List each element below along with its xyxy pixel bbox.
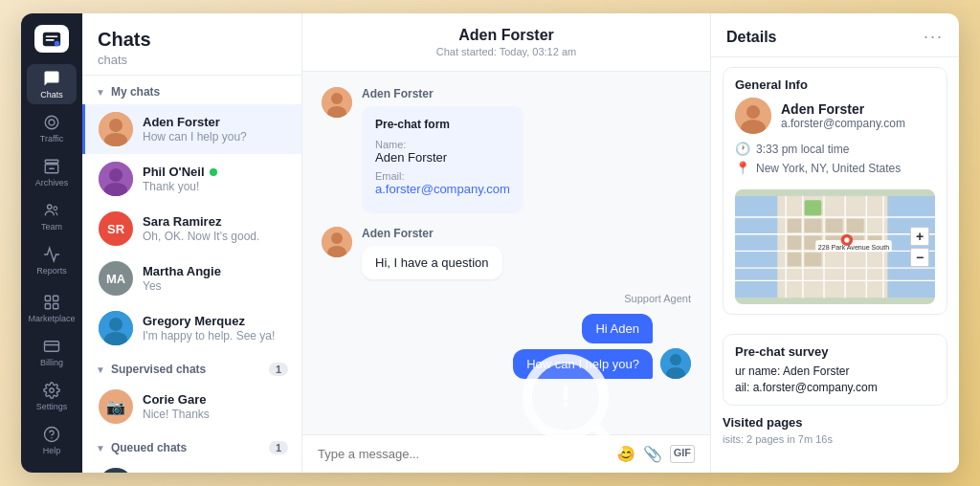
nav-item-settings[interactable]: Settings <box>27 377 77 417</box>
nav-traffic-label: Traffic <box>40 134 64 144</box>
supervised-count-badge: 1 <box>269 363 288 376</box>
chat-preview-phil: Thank you! <box>143 180 288 193</box>
svg-point-19 <box>109 119 122 132</box>
nav-item-chats[interactable]: Chats <box>27 64 77 104</box>
chat-info-gregory: Gregory Merquez I'm happy to help. See y… <box>143 314 288 342</box>
chat-preview-martha: Yes <box>143 279 288 293</box>
svg-rect-53 <box>805 200 822 215</box>
nav-item-help[interactable]: Help <box>27 421 77 461</box>
map-svg: 228 Park Avenue South <box>735 189 935 304</box>
user-details: Aden Forster a.forster@company.com <box>781 101 905 130</box>
nav-item-billing[interactable]: Billing <box>27 333 77 373</box>
nav-reports-label: Reports <box>36 266 67 276</box>
avatar <box>99 311 133 345</box>
section-queued-header[interactable]: ▼ Queued chats 1 <box>82 431 301 460</box>
location-text: New York, NY, United States <box>756 162 901 175</box>
svg-rect-4 <box>45 160 58 163</box>
details-menu-button[interactable]: ··· <box>924 27 944 47</box>
svg-rect-55 <box>805 219 822 232</box>
details-header: Details ··· <box>711 13 959 57</box>
details-avatar <box>735 98 771 134</box>
map-controls: + − <box>910 227 929 267</box>
details-title: Details <box>726 29 776 46</box>
avatar: 📷 <box>99 389 133 424</box>
field-label-name: Name: <box>375 139 510 150</box>
attachment-icon[interactable]: 📎 <box>643 445 662 463</box>
agent-avatar <box>660 348 691 379</box>
message-bubble-2: Aden Forster Hi, I have a question <box>362 227 502 279</box>
chevron-down-icon: ▼ <box>96 443 105 453</box>
chat-started-text: Chat started: Today, 03:12 am <box>322 46 691 57</box>
nav-item-traffic[interactable]: Traffic <box>27 108 77 148</box>
svg-point-7 <box>48 205 53 210</box>
chat-item-gregory[interactable]: Gregory Merquez I'm happy to help. See y… <box>82 303 301 353</box>
queued-count-badge: 1 <box>269 441 288 454</box>
field-value-email: a.forster@company.com <box>375 182 510 196</box>
svg-rect-56 <box>826 219 843 232</box>
section-my-chats-label: My chats <box>111 85 160 99</box>
chat-info-brian: Brian Lawson Waiting for 3 min <box>143 471 261 473</box>
agent-bubbles: Hi Aden How can I help you? <box>513 314 653 379</box>
chat-info-martha: Martha Angie Yes <box>143 264 288 293</box>
chat-name-brian: Brian Lawson <box>143 471 261 473</box>
chat-item-aden[interactable]: Aden Forster How can I help you? <box>82 104 301 154</box>
message-row-3: Support Agent Hi Aden How can I help you… <box>322 293 691 379</box>
chat-item-corie[interactable]: 📷 Corie Gare Nice! Thanks <box>82 382 301 431</box>
app-logo <box>34 25 69 53</box>
svg-text:228 Park Avenue South: 228 Park Avenue South <box>818 244 889 252</box>
nav-help-label: Help <box>43 446 61 455</box>
nav-team-label: Team <box>41 222 62 232</box>
section-my-chats-header[interactable]: ▼ My chats <box>82 76 301 104</box>
chat-preview-gregory: I'm happy to help. See ya! <box>143 329 288 342</box>
svg-point-8 <box>54 207 57 210</box>
section-supervised-label: Supervised chats <box>111 363 206 376</box>
clock-icon: 🕐 <box>735 142 750 156</box>
form-field-name: Name: Aden Forster <box>375 139 510 165</box>
svg-rect-13 <box>45 342 59 352</box>
chat-preview-corie: Nice! Thanks <box>143 408 288 421</box>
map-container: 228 Park Avenue South + − <box>735 189 935 304</box>
chat-input[interactable] <box>318 447 607 461</box>
nav-item-marketplace[interactable]: Marketplace <box>27 289 77 329</box>
gif-icon[interactable]: GIF <box>670 445 695 463</box>
chat-name-gregory: Gregory Merquez <box>143 314 288 328</box>
section-supervised-header[interactable]: ▼ Supervised chats 1 <box>82 353 301 382</box>
details-user-email: a.forster@company.com <box>781 117 905 130</box>
field-label-email: Email: <box>375 170 510 182</box>
chat-item-phil[interactable]: Phil O'Neil Thank you! <box>82 154 301 204</box>
map-zoom-out[interactable]: − <box>910 248 929 267</box>
sidebar-subtitle: chats <box>98 53 286 67</box>
nav-item-team[interactable]: Team <box>27 196 77 236</box>
avatar <box>99 162 133 196</box>
chat-item-sara[interactable]: SR Sara Ramirez Oh, OK. Now It's good. <box>82 204 301 254</box>
online-indicator <box>210 168 217 176</box>
field-value-name: Aden Forster <box>375 150 510 165</box>
chat-header: Aden Forster Chat started: Today, 03:12 … <box>302 13 710 72</box>
msg-sender-1: Aden Forster <box>362 87 523 100</box>
sidebar-body: ▼ My chats Aden Forster How can I help y… <box>82 76 301 473</box>
nav-item-reports[interactable]: Reports <box>27 241 77 281</box>
chat-input-area: 😊 📎 GIF <box>302 434 710 473</box>
chat-info-sara: Sara Ramirez Oh, OK. Now It's good. <box>143 214 288 243</box>
general-info-title: General Info <box>724 68 947 98</box>
prechat-survey-title: Pre-chat survey <box>724 335 947 364</box>
prechat-row-name: ur name: Aden Forster <box>735 364 935 378</box>
svg-point-28 <box>331 93 343 104</box>
nav-item-archives[interactable]: Archives <box>27 152 77 192</box>
svg-point-3 <box>49 120 55 125</box>
agent-label: Support Agent <box>624 293 691 304</box>
svg-rect-58 <box>788 235 801 249</box>
general-info-card: General Info Aden Forster a.forster@comp… <box>723 67 947 315</box>
svg-rect-40 <box>735 196 777 298</box>
chat-name-martha: Martha Angie <box>143 264 288 278</box>
emoji-icon[interactable]: 😊 <box>616 445 635 463</box>
map-zoom-in[interactable]: + <box>910 227 929 246</box>
chat-item-martha[interactable]: MA Martha Angie Yes <box>82 254 301 303</box>
sidebar: Chats chats ▼ My chats Aden Forster How … <box>82 13 302 473</box>
message-row-2: Aden Forster Hi, I have a question <box>322 227 691 279</box>
chat-item-brian[interactable]: BL Brian Lawson Waiting for 3 min 1 <box>82 460 301 473</box>
chat-info-corie: Corie Gare Nice! Thanks <box>143 392 288 421</box>
svg-rect-57 <box>847 219 864 232</box>
svg-point-2 <box>45 116 58 129</box>
prechat-row-email: ail: a.forster@company.com <box>735 381 935 394</box>
